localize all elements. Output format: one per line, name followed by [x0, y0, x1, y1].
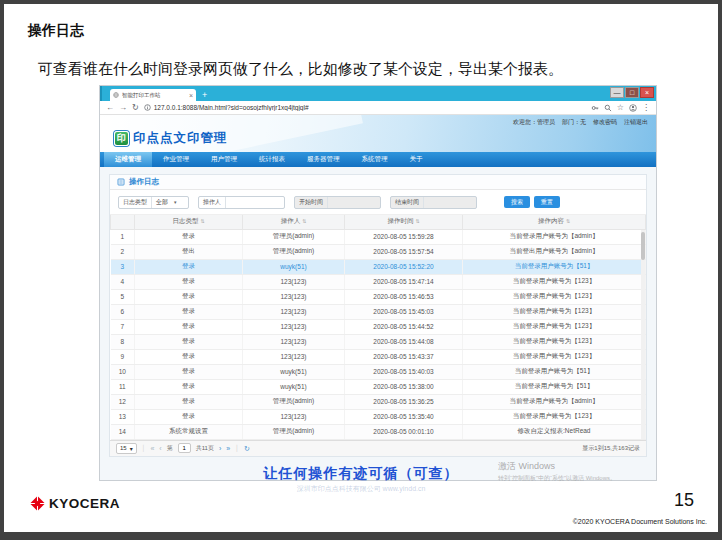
- window-minimize-button[interactable]: —: [610, 87, 624, 98]
- reload-icon[interactable]: ↻: [132, 104, 139, 112]
- refresh-button[interactable]: ↻: [244, 445, 250, 452]
- url-text[interactable]: 127.0.0.1:8088/Main.html?sid=oosojzfhlyr…: [154, 104, 309, 111]
- operator-filter[interactable]: 操作人: [198, 196, 285, 209]
- page-number: 15: [674, 490, 694, 511]
- window-maximize-button[interactable]: □: [625, 87, 639, 98]
- log-type-cell: 登录: [135, 319, 243, 334]
- content-cell: 修改自定义报表:NetRead: [463, 424, 646, 439]
- sort-icon[interactable]: ⇅: [415, 218, 419, 224]
- bookmark-star-icon[interactable]: ☆: [617, 103, 624, 112]
- nav-tab[interactable]: 关于: [399, 152, 434, 167]
- table-row[interactable]: 8登录123(123)2020-08-05 15:44:08当前登录用户账号为【…: [111, 334, 646, 349]
- page-content: 操作日志 日志类型 全部 ▾ 操作人: [100, 167, 656, 480]
- time-cell: 2020-08-05 15:44:52: [345, 319, 463, 334]
- table-row[interactable]: 4登录123(123)2020-08-05 15:47:14当前登录用户账号为【…: [111, 274, 646, 289]
- reset-button[interactable]: 重置: [534, 196, 560, 208]
- table-row[interactable]: 3登录wuyk(51)2020-08-05 15:52:20当前登录用户账号为【…: [111, 259, 646, 274]
- nav-tab[interactable]: 用户管理: [200, 152, 248, 167]
- profile-icon[interactable]: [629, 104, 637, 112]
- new-tab-button[interactable]: +: [202, 89, 207, 101]
- slide-description: 可查看谁在什么时间登录网页做了什么，比如修改了某个设定，导出某个报表。: [38, 60, 563, 79]
- divider: │: [142, 445, 146, 451]
- table-row[interactable]: 13登录123(123)2020-08-05 15:35:40当前登录用户账号为…: [111, 409, 646, 424]
- browser-tab[interactable]: 智能打印工作站 ×: [110, 89, 196, 101]
- start-time-filter[interactable]: 开始时间: [294, 196, 381, 209]
- first-page-button[interactable]: «: [150, 445, 154, 452]
- column-header[interactable]: 日志类型⇅: [135, 215, 243, 229]
- back-icon[interactable]: ←: [106, 104, 114, 112]
- tab-close-icon[interactable]: ×: [189, 92, 193, 99]
- nav-tab[interactable]: 服务器管理: [296, 152, 351, 167]
- index-column-header: [111, 215, 135, 229]
- search-button[interactable]: 搜索: [504, 196, 530, 208]
- nav-tabs: 运维管理作业管理用户管理统计报表服务器管理系统管理关于: [100, 152, 656, 167]
- sort-icon[interactable]: ⇅: [200, 218, 204, 224]
- logout-link[interactable]: 注销退出: [624, 118, 648, 127]
- time-cell: 2020-08-05 15:36:25: [345, 394, 463, 409]
- row-index: 14: [111, 424, 135, 439]
- content-cell: 当前登录用户账号为【123】: [463, 289, 646, 304]
- copyright-text: ©2020 KYOCERA Document Solutions Inc.: [573, 518, 707, 525]
- table-row[interactable]: 2登出管理员(admin)2020-08-05 15:57:54当前登出用户账号…: [111, 244, 646, 259]
- start-time-input[interactable]: [328, 197, 380, 208]
- nav-tab[interactable]: 系统管理: [351, 152, 399, 167]
- scrollbar-thumb[interactable]: [641, 232, 645, 260]
- zoom-icon[interactable]: [604, 104, 612, 112]
- chevron-down-icon: ▾: [174, 199, 177, 205]
- table-row[interactable]: 9登录123(123)2020-08-05 15:43:37当前登录用户账号为【…: [111, 349, 646, 364]
- row-index: 2: [111, 244, 135, 259]
- browser-menu-icon[interactable]: ⋮: [642, 103, 650, 112]
- column-header[interactable]: 操作内容⇅: [463, 215, 646, 229]
- table-row[interactable]: 10登录wuyk(51)2020-08-05 15:40:03当前登录用户账号为…: [111, 364, 646, 379]
- column-header[interactable]: 操作时间⇅: [345, 215, 463, 229]
- content-cell: 当前登录用户账号为【123】: [463, 304, 646, 319]
- time-cell: 2020-08-05 15:38:00: [345, 379, 463, 394]
- log-type-select[interactable]: 全部 ▾: [152, 197, 188, 208]
- site-info-icon[interactable]: [144, 104, 151, 111]
- record-summary: 显示1到15,共163记录: [582, 444, 640, 453]
- page-number-input[interactable]: [178, 443, 191, 453]
- table-row[interactable]: 7登录123(123)2020-08-05 15:44:52当前登录用户账号为【…: [111, 319, 646, 334]
- chevron-down-icon: ▾: [130, 445, 133, 452]
- nav-tab[interactable]: 运维管理: [104, 152, 152, 167]
- url-bar[interactable]: 127.0.0.1:8088/Main.html?sid=oosojzfhlyr…: [144, 104, 586, 111]
- row-index: 10: [111, 364, 135, 379]
- time-cell: 2020-08-05 15:35:40: [345, 409, 463, 424]
- log-book-icon: [117, 178, 125, 186]
- log-type-filter[interactable]: 日志类型 全部 ▾: [118, 196, 189, 209]
- row-index: 13: [111, 409, 135, 424]
- prev-page-button[interactable]: ‹: [159, 445, 161, 452]
- sort-icon[interactable]: ⇅: [302, 218, 306, 224]
- column-header[interactable]: 操作人⇅: [243, 215, 345, 229]
- table-row[interactable]: 12登录管理员(admin)2020-08-05 15:36:25当前登录用户账…: [111, 394, 646, 409]
- operator-input[interactable]: [226, 197, 284, 208]
- table-row[interactable]: 11登录wuyk(51)2020-08-05 15:38:00当前登录用户账号为…: [111, 379, 646, 394]
- end-time-filter[interactable]: 结束时间: [390, 196, 477, 209]
- table-row[interactable]: 6登录123(123)2020-08-05 15:45:03当前登录用户账号为【…: [111, 304, 646, 319]
- window-close-button[interactable]: ×: [640, 87, 654, 98]
- content-cell: 当前登出用户账号为【admin】: [463, 244, 646, 259]
- nav-tab[interactable]: 作业管理: [152, 152, 200, 167]
- sort-icon[interactable]: ⇅: [566, 218, 570, 224]
- content-cell: 当前登录用户账号为【123】: [463, 349, 646, 364]
- forward-icon[interactable]: →: [119, 104, 127, 112]
- log-table-body: 1登录管理员(admin)2020-08-05 15:59:28当前登录用户账号…: [111, 229, 646, 439]
- table-row[interactable]: 5登录123(123)2020-08-05 15:46:53当前登录用户账号为【…: [111, 289, 646, 304]
- row-index: 7: [111, 319, 135, 334]
- slide-title: 操作日志: [28, 22, 84, 40]
- pagination-bar: 15 ▾ │ « ‹ 第 共11页 › » │ ↻ 显示1到15,共163记录: [110, 440, 646, 456]
- content-cell: 当前登录用户账号为【51】: [463, 259, 646, 274]
- table-scrollbar[interactable]: [641, 230, 645, 439]
- page-size-select[interactable]: 15 ▾: [116, 443, 137, 454]
- log-type-cell: 登录: [135, 409, 243, 424]
- nav-tab[interactable]: 统计报表: [248, 152, 296, 167]
- slide-frame: 操作日志 可查看谁在什么时间登录网页做了什么，比如修改了某个设定，导出某个报表。…: [0, 0, 722, 540]
- key-icon[interactable]: [591, 104, 599, 112]
- last-page-button[interactable]: »: [226, 445, 230, 452]
- next-page-button[interactable]: ›: [219, 445, 221, 452]
- change-password-link[interactable]: 修改密码: [593, 118, 617, 127]
- table-row[interactable]: 1登录管理员(admin)2020-08-05 15:59:28当前登录用户账号…: [111, 229, 646, 244]
- end-time-input[interactable]: [424, 197, 476, 208]
- table-row[interactable]: 14系统常规设置管理员(admin)2020-08-05 00:01:10修改自…: [111, 424, 646, 439]
- operator-cell: 123(123): [243, 304, 345, 319]
